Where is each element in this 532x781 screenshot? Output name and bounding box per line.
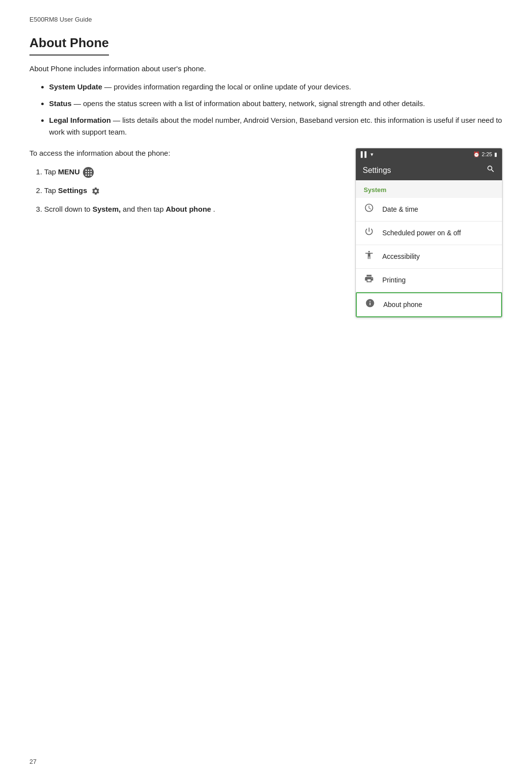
steps-list: Tap MENU Tap Settings bbox=[29, 166, 336, 215]
bullet-desc-3: — lists details about the model number, … bbox=[49, 116, 502, 136]
step-3-mid: and then tap bbox=[123, 205, 166, 213]
document-header: E500RM8 User Guide bbox=[29, 15, 503, 25]
settings-gear-icon bbox=[90, 186, 101, 196]
bullet-term-3: Legal Information bbox=[49, 116, 111, 124]
step-2: Tap Settings bbox=[44, 185, 336, 196]
print-icon bbox=[364, 274, 374, 287]
bullet-item-3: Legal Information — lists details about … bbox=[49, 114, 503, 138]
phone-screenshot: ▌▌ ▾ ⏰ 2:25 ▮ Settings System bbox=[355, 148, 503, 318]
step-3-bold2: About phone bbox=[166, 205, 211, 213]
status-left-icons: ▌▌ ▾ bbox=[361, 150, 373, 159]
access-intro: To access the information about the phon… bbox=[29, 148, 336, 159]
battery-icon: ▮ bbox=[494, 150, 497, 159]
step-3-bold1: System, bbox=[92, 205, 121, 213]
step-2-prefix: Tap bbox=[44, 186, 58, 195]
info-icon bbox=[365, 298, 375, 311]
menu-item-printing[interactable]: Printing bbox=[356, 269, 502, 292]
phone-toolbar-title: Settings bbox=[363, 165, 391, 176]
about-phone-label: About phone bbox=[383, 300, 422, 310]
bullet-term-1: System Update bbox=[49, 83, 102, 91]
menu-item-date-time[interactable]: Date & time bbox=[356, 198, 502, 222]
page-number: 27 bbox=[29, 757, 36, 767]
accessibility-label: Accessibility bbox=[382, 251, 420, 262]
page-title: About Phone bbox=[29, 33, 109, 56]
content-section: To access the information about the phon… bbox=[29, 148, 503, 318]
wifi-icon: ▾ bbox=[371, 150, 373, 159]
status-right: ⏰ 2:25 ▮ bbox=[473, 150, 497, 159]
phone-status-bar: ▌▌ ▾ ⏰ 2:25 ▮ bbox=[356, 148, 502, 161]
step-3: Scroll down to System, and then tap Abou… bbox=[44, 203, 336, 215]
printing-label: Printing bbox=[382, 275, 405, 285]
menu-grid-icon bbox=[83, 167, 94, 178]
instructions-column: To access the information about the phon… bbox=[29, 148, 336, 222]
bullet-desc-1: — provides information regarding the loc… bbox=[105, 83, 351, 91]
bullet-list: System Update — provides information reg… bbox=[29, 81, 503, 138]
intro-text: About Phone includes information about u… bbox=[29, 63, 503, 75]
alarm-icon: ⏰ bbox=[473, 150, 480, 159]
status-time: 2:25 bbox=[482, 150, 492, 159]
menu-item-power[interactable]: Scheduled power on & off bbox=[356, 222, 502, 245]
step-3-prefix: Scroll down to bbox=[44, 205, 92, 213]
power-icon bbox=[364, 226, 374, 240]
menu-item-about-phone[interactable]: About phone bbox=[356, 292, 502, 317]
date-time-label: Date & time bbox=[382, 204, 418, 215]
phone-content: System Date & time Scheduled power on & … bbox=[356, 180, 502, 317]
bullet-desc-2: — opens the status screen with a list of… bbox=[74, 99, 425, 108]
step-1-prefix: Tap bbox=[44, 167, 58, 176]
signal-icon: ▌▌ bbox=[361, 150, 369, 159]
clock-icon bbox=[364, 203, 374, 216]
bullet-term-2: Status bbox=[49, 99, 72, 108]
step-1: Tap MENU bbox=[44, 166, 336, 178]
phone-section-header: System bbox=[356, 180, 502, 198]
step-2-bold: Settings bbox=[58, 186, 87, 195]
step-3-end: . bbox=[213, 205, 215, 213]
bullet-item-2: Status — opens the status screen with a … bbox=[49, 98, 503, 110]
search-icon[interactable] bbox=[486, 165, 495, 177]
power-label: Scheduled power on & off bbox=[382, 228, 461, 238]
bullet-item-1: System Update — provides information reg… bbox=[49, 81, 503, 93]
menu-item-accessibility[interactable]: Accessibility bbox=[356, 245, 502, 269]
accessibility-icon bbox=[364, 250, 374, 263]
phone-toolbar: Settings bbox=[356, 161, 502, 181]
step-1-bold: MENU bbox=[58, 167, 80, 176]
